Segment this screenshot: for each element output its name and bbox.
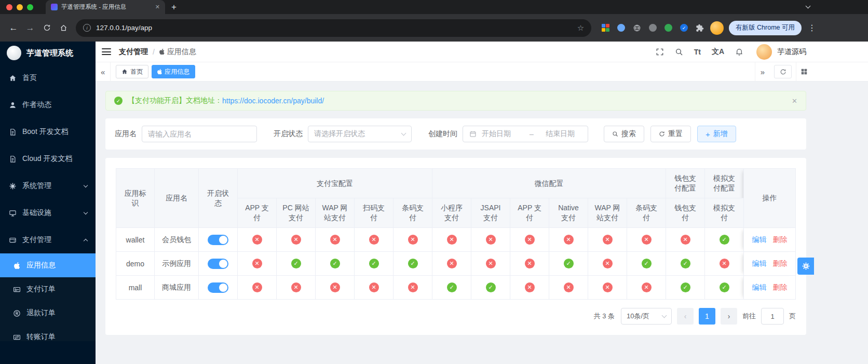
window-zoom-button[interactable] xyxy=(27,4,33,10)
reset-button[interactable]: 重置 xyxy=(650,126,691,142)
app-header: 支付管理 / 应用信息 Tt 文A xyxy=(96,42,868,62)
sidebar-item[interactable]: 首页 xyxy=(0,64,96,91)
sidebar-subitem[interactable]: 退款订单 xyxy=(0,301,96,325)
extension-icon-check[interactable]: ✓ xyxy=(680,24,688,32)
settings-gear-button[interactable] xyxy=(797,258,814,275)
sidebar-subitem[interactable]: 转账订单 xyxy=(0,325,96,341)
tags-scroll-right[interactable]: » xyxy=(755,62,770,81)
prev-page-button[interactable]: ‹ xyxy=(677,308,694,325)
edit-link[interactable]: 编辑 xyxy=(752,283,767,291)
extension-icon-blue[interactable] xyxy=(617,24,625,32)
search-icon[interactable] xyxy=(675,48,683,56)
disabled-cross-icon: ✕ xyxy=(369,282,379,292)
disabled-cross-icon: ✕ xyxy=(564,235,574,245)
tag-list: 首页应用信息 xyxy=(116,65,195,78)
disabled-cross-icon: ✕ xyxy=(603,282,613,292)
app-title: 芋道管理系统 xyxy=(26,48,73,58)
sidebar-item[interactable]: 基础设施 xyxy=(0,199,96,226)
goto-page-input[interactable] xyxy=(761,308,784,325)
extension-icon-green[interactable] xyxy=(664,24,672,32)
collapse-menu-icon[interactable] xyxy=(102,48,111,55)
sidebar-subitem[interactable]: 支付订单 xyxy=(0,277,96,301)
home-button[interactable] xyxy=(55,20,72,36)
disabled-cross-icon: ✕ xyxy=(642,235,652,245)
add-button-label: 新增 xyxy=(713,129,728,139)
alert-close-icon[interactable]: ✕ xyxy=(792,97,797,105)
status-toggle[interactable] xyxy=(208,235,228,245)
delete-link[interactable]: 删除 xyxy=(773,283,788,291)
status-select[interactable]: 请选择开启状态 xyxy=(308,126,412,142)
grid-icon[interactable] xyxy=(796,62,810,81)
extension-icon-gray[interactable] xyxy=(649,24,657,32)
alert-message: 【支付功能开启】文档地址： xyxy=(128,96,222,105)
cell-channel: ✕ xyxy=(238,228,277,252)
refresh-icon[interactable] xyxy=(774,65,792,78)
cell-channel: ✓ xyxy=(705,276,744,300)
page-number-button[interactable]: 1 xyxy=(699,308,715,325)
reload-button[interactable] xyxy=(38,20,55,36)
address-bar[interactable]: i 127.0.0.1/pay/app ☆ xyxy=(76,19,591,37)
profile-avatar[interactable] xyxy=(710,21,724,35)
user-icon xyxy=(8,101,17,109)
page-size-select[interactable]: 10条/页 xyxy=(621,308,672,325)
edit-link[interactable]: 编辑 xyxy=(752,259,767,267)
tab-search-chevron-icon[interactable] xyxy=(806,4,811,9)
extensions-puzzle-icon[interactable] xyxy=(696,24,704,32)
extension-icon-globe[interactable] xyxy=(633,24,641,32)
fullscreen-icon[interactable] xyxy=(656,48,664,56)
new-tab-button[interactable]: + xyxy=(171,2,177,12)
group-header-wechat: 微信配置 xyxy=(432,169,666,198)
bookmark-star-icon[interactable]: ☆ xyxy=(577,23,584,33)
tags-scroll-left[interactable]: « xyxy=(96,62,111,81)
sidebar-item[interactable]: Boot 开发文档 xyxy=(0,118,96,145)
view-tab[interactable]: 应用信息 xyxy=(152,65,195,78)
filter-bar: 应用名 开启状态 请选择开启状态 创建时间 开始日期 – 结束日期 xyxy=(105,118,806,150)
delete-link[interactable]: 删除 xyxy=(773,235,788,244)
column-header: 钱包支付 xyxy=(666,198,705,228)
sidebar-item[interactable]: Cloud 开发文档 xyxy=(0,145,96,172)
back-button[interactable]: ← xyxy=(5,20,22,36)
success-check-icon: ✓ xyxy=(114,97,123,105)
window-minimize-button[interactable] xyxy=(17,4,23,10)
font-size-icon[interactable]: Tt xyxy=(694,48,701,56)
toggle-knob xyxy=(219,260,227,268)
cell-channel: ✕ xyxy=(666,228,705,252)
sidebar-item[interactable]: 支付管理 xyxy=(0,226,96,253)
search-button[interactable]: 搜索 xyxy=(604,126,644,142)
edit-link[interactable]: 编辑 xyxy=(752,235,767,244)
sidebar-item[interactable]: 作者动态 xyxy=(0,91,96,118)
window-close-button[interactable] xyxy=(6,4,12,10)
browser-tab[interactable]: 芋道管理系统 - 应用信息 ✕ xyxy=(46,0,165,14)
next-page-button[interactable]: › xyxy=(721,308,737,325)
alert-link[interactable]: https://doc.iocoder.cn/pay/build/ xyxy=(222,97,324,105)
home-icon xyxy=(121,69,128,75)
column-header: Native 支付 xyxy=(549,198,588,228)
sidebar-item[interactable]: 系统管理 xyxy=(0,172,96,199)
column-header: WAP 网站支付 xyxy=(316,198,355,228)
apple-icon xyxy=(159,48,165,55)
forward-button[interactable]: → xyxy=(22,20,38,36)
extension-icon-squares[interactable] xyxy=(602,24,609,32)
chrome-update-chip[interactable]: 有新版 Chrome 可用 xyxy=(729,21,802,35)
cell-app-id: wallet xyxy=(116,228,155,252)
disabled-cross-icon: ✕ xyxy=(252,282,262,292)
breadcrumb-item[interactable]: 支付管理 xyxy=(119,47,148,57)
app-name-input[interactable] xyxy=(142,126,257,142)
user-name[interactable]: 芋道源码 xyxy=(777,47,806,57)
view-tab[interactable]: 首页 xyxy=(116,65,148,78)
delete-link[interactable]: 删除 xyxy=(773,259,788,267)
cell-channel: ✕ xyxy=(510,276,549,300)
sidebar-subitem[interactable]: 应用信息 xyxy=(0,253,96,277)
browser-menu-icon[interactable]: ⋮ xyxy=(808,23,816,33)
tab-close-icon[interactable]: ✕ xyxy=(155,4,160,10)
notification-bell-icon[interactable] xyxy=(735,48,743,56)
add-button[interactable]: + 新增 xyxy=(697,126,736,142)
translate-icon[interactable]: 文A xyxy=(712,47,724,57)
status-toggle[interactable] xyxy=(208,282,228,293)
extensions-row: ✓ xyxy=(602,24,704,32)
enabled-check-icon: ✓ xyxy=(447,282,457,292)
site-info-icon[interactable]: i xyxy=(83,24,91,32)
status-toggle[interactable] xyxy=(208,259,228,269)
user-avatar[interactable] xyxy=(756,44,772,60)
date-range-picker[interactable]: 开始日期 – 结束日期 xyxy=(463,126,588,142)
